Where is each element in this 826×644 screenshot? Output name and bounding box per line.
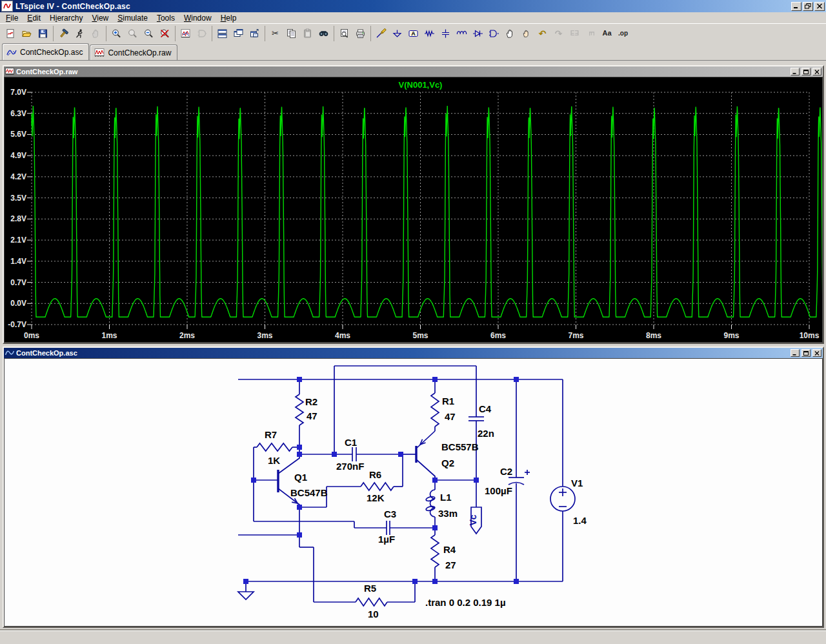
- wave-minimize-button[interactable]: [791, 68, 800, 75]
- menu-simulate[interactable]: Simulate: [113, 13, 152, 23]
- toolbar-zoom-in-button[interactable]: [108, 26, 125, 41]
- toolbar-print-button[interactable]: [352, 26, 368, 41]
- toolbar-place-capacitor-button[interactable]: [438, 26, 454, 41]
- menu-file[interactable]: File: [1, 13, 23, 23]
- menu-edit[interactable]: Edit: [23, 13, 45, 23]
- toolbar-draw-wire-button[interactable]: [373, 26, 389, 41]
- menu-help[interactable]: Help: [216, 13, 241, 23]
- toolbar-save-button[interactable]: [35, 26, 51, 41]
- toolbar-zoom-full-extents-button[interactable]: [157, 26, 173, 41]
- schematic-canvas[interactable]: R247R71KR147C1270nFC422nQ1BC547BQ2BC557B…: [4, 358, 823, 627]
- toolbar-place-inductor-button[interactable]: [454, 26, 470, 41]
- toolbar-find-button[interactable]: [316, 26, 332, 41]
- place-resistor-icon: [424, 28, 435, 39]
- schematic-svg[interactable]: R247R71KR147C1270nFC422nQ1BC547BQ2BC557B…: [5, 359, 822, 626]
- component-ref-R6[interactable]: R6: [369, 469, 381, 480]
- restore-button[interactable]: [803, 2, 813, 11]
- component-ref-C1[interactable]: C1: [345, 437, 357, 448]
- toolbar-place-text-button[interactable]: Aa: [599, 26, 615, 41]
- menu-hierarchy[interactable]: Hierarchy: [45, 13, 87, 23]
- toolbar-move-button[interactable]: [502, 26, 518, 41]
- component-ref-C2[interactable]: C2: [500, 466, 512, 477]
- toolbar-control-panel-button[interactable]: [55, 26, 72, 41]
- net-label-vc[interactable]: Vc: [468, 514, 478, 525]
- schematic-window[interactable]: ContCheckOp.asc R247R71KR147C1270nFC422n…: [3, 347, 824, 628]
- component-ref-Q2[interactable]: Q2: [441, 458, 454, 468]
- waveform-window-titlebar[interactable]: ContCheckOp.raw: [4, 66, 823, 77]
- menu-window[interactable]: Window: [179, 13, 216, 23]
- place-capacitor-icon: [440, 28, 451, 39]
- component-ref-Q1[interactable]: Q1: [294, 472, 307, 483]
- toolbar-zoom-out-button[interactable]: [141, 26, 157, 41]
- tab-contcheckop-asc[interactable]: ContCheckOp.asc: [2, 43, 89, 60]
- place-ground-icon: [392, 28, 403, 39]
- toolbar-cascade-windows-button[interactable]: [230, 26, 247, 41]
- toolbar-place-component-button[interactable]: [486, 26, 502, 41]
- wave-maximize-button[interactable]: [801, 68, 811, 75]
- toolbar-place-diode-button[interactable]: [470, 26, 486, 41]
- component-ref-R1[interactable]: R1: [442, 396, 454, 407]
- component-value-C3[interactable]: 1µF: [378, 534, 395, 545]
- minimize-button[interactable]: [791, 2, 801, 11]
- component-ref-R2[interactable]: R2: [305, 396, 317, 407]
- component-value-R2[interactable]: 47: [307, 410, 317, 421]
- component-value-C1[interactable]: 270nF: [336, 461, 364, 472]
- component-value-V1[interactable]: 1.4: [573, 515, 587, 526]
- toolbar-open-file-button[interactable]: [19, 26, 35, 41]
- component-value-C2[interactable]: 100µF: [485, 485, 512, 496]
- trace-title[interactable]: V(N001,Vc): [399, 80, 443, 90]
- component-value-R1[interactable]: 47: [445, 411, 456, 422]
- component-ref-L1[interactable]: L1: [440, 492, 452, 503]
- component-ref-C4[interactable]: C4: [479, 403, 492, 414]
- tile-vertical-icon: [249, 28, 260, 39]
- x-axis-label: 6ms: [490, 331, 506, 340]
- sch-close-button[interactable]: [812, 349, 821, 357]
- component-value-L1[interactable]: 33m: [438, 508, 458, 519]
- autorange-y-icon: [180, 28, 191, 39]
- waveform-plot-area[interactable]: 7.0V6.3V5.6V4.9V4.2V3.5V2.8V2.1V1.4V0.7V…: [4, 77, 823, 343]
- sch-minimize-button[interactable]: [791, 349, 800, 357]
- toolbar-undo-button[interactable]: ↶: [534, 26, 550, 41]
- component-value-R6[interactable]: 12K: [367, 492, 385, 503]
- x-axis-label: 7ms: [568, 331, 583, 340]
- menu-tools[interactable]: Tools: [152, 13, 179, 23]
- toolbar-print-preview-button[interactable]: [336, 26, 352, 41]
- x-axis-label: 2ms: [179, 331, 195, 340]
- component-value-R5[interactable]: 10: [368, 609, 379, 619]
- toolbar-copy-button[interactable]: [283, 26, 299, 41]
- component-ref-R5[interactable]: R5: [364, 583, 376, 594]
- component-value-Q1[interactable]: BC547B: [290, 487, 328, 498]
- main-titlebar[interactable]: LTspice IV - ContCheckOp.asc: [0, 0, 826, 12]
- toolbar-tile-vertical-button[interactable]: [247, 26, 263, 41]
- component-value-Q2[interactable]: BC557B: [441, 441, 479, 452]
- component-ref-V1[interactable]: V1: [571, 478, 583, 488]
- toolbar-run-button[interactable]: [72, 26, 88, 41]
- waveform-plot-svg[interactable]: 7.0V6.3V5.6V4.9V4.2V3.5V2.8V2.1V1.4V0.7V…: [5, 77, 822, 342]
- wave-close-button[interactable]: [812, 68, 821, 75]
- spice-directive-text[interactable]: .tran 0 0.2 0.19 1µ: [425, 597, 506, 608]
- ltspice-app: { "window": { "title": "LTspice IV - Con…: [0, 0, 826, 644]
- toolbar-new-schematic-button[interactable]: [3, 26, 19, 41]
- component-value-R4[interactable]: 27: [445, 559, 456, 570]
- sch-maximize-button[interactable]: [801, 349, 811, 357]
- component-value-R7[interactable]: 1K: [268, 455, 280, 466]
- component-value-C4[interactable]: 22n: [478, 428, 494, 439]
- toolbar-spice-directive-button[interactable]: .op: [615, 26, 631, 41]
- toolbar-place-net-label-button[interactable]: A: [405, 26, 421, 41]
- tab-label: ContCheckOp.raw: [108, 48, 171, 57]
- toolbar-autorange-y-button[interactable]: [177, 26, 194, 41]
- tab-contcheckop-raw[interactable]: ContCheckOp.raw: [90, 45, 177, 60]
- close-button[interactable]: [814, 2, 825, 11]
- toolbar-place-resistor-button[interactable]: [421, 26, 438, 41]
- toolbar: ✂A↶↷EƎEAa.op: [0, 23, 826, 43]
- component-ref-R7[interactable]: R7: [265, 429, 277, 440]
- waveform-window[interactable]: ContCheckOp.raw 7.0V6.3V5.6V4.9V4.2V3.5V…: [3, 65, 824, 344]
- toolbar-cut-button[interactable]: ✂: [267, 26, 283, 41]
- component-ref-R4[interactable]: R4: [443, 544, 456, 555]
- component-ref-C3[interactable]: C3: [384, 508, 396, 519]
- toolbar-tile-horizontal-button[interactable]: [214, 26, 230, 41]
- toolbar-place-ground-button[interactable]: [389, 26, 405, 41]
- schematic-window-titlebar[interactable]: ContCheckOp.asc: [4, 348, 823, 358]
- toolbar-drag-button[interactable]: [518, 26, 534, 41]
- menu-view[interactable]: View: [87, 13, 113, 23]
